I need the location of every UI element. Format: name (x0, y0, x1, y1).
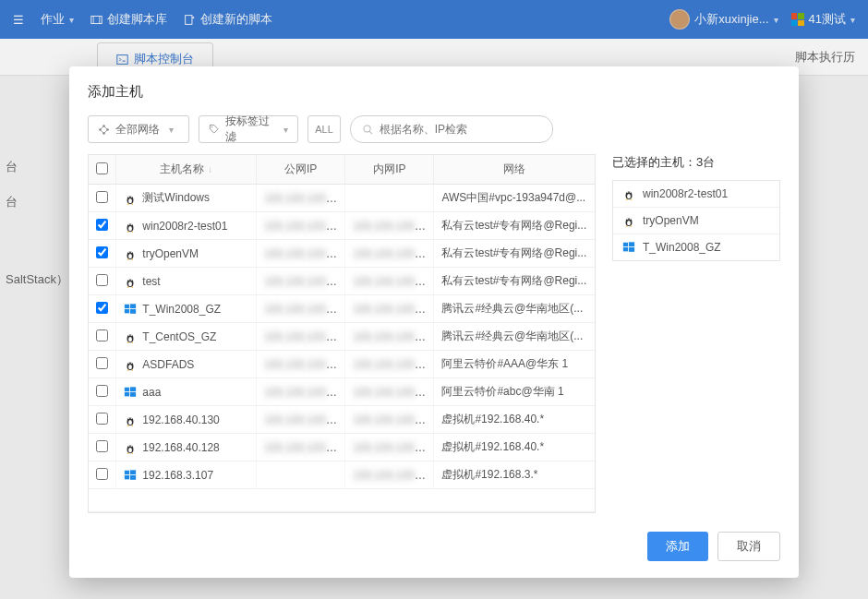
svg-rect-39 (125, 392, 129, 396)
tag-icon (209, 124, 220, 136)
host-name: aaa (142, 386, 161, 399)
table-row[interactable]: ASDFADS100.100.100.100100.100.100.100阿里云… (89, 351, 595, 378)
public-ip: 100.100.100.100 (264, 413, 345, 426)
svg-point-12 (131, 196, 132, 197)
table-row[interactable]: 192.168.40.130100.100.100.100100.100.100… (89, 406, 595, 434)
private-ip: 100.100.100.100 (353, 441, 434, 454)
search-input[interactable] (380, 123, 541, 136)
network-cell: AWS中国#vpc-193a947d@... (434, 185, 595, 212)
col-private-ip[interactable]: 内网IP (345, 155, 434, 185)
host-name: win2008r2-test01 (142, 220, 227, 233)
svg-point-18 (128, 254, 132, 258)
svg-rect-52 (130, 475, 136, 480)
svg-point-43 (128, 417, 129, 418)
table-row[interactable]: tryOpenVM100.100.100.100100.100.100.100私… (89, 240, 595, 268)
row-checkbox[interactable] (96, 385, 108, 397)
svg-point-47 (128, 445, 129, 446)
private-ip: 100.100.100.100 (353, 386, 434, 399)
network-cell: 虚拟机#192.168.40.* (434, 434, 595, 461)
selected-item[interactable]: tryOpenVM (613, 208, 779, 234)
row-checkbox[interactable] (96, 468, 108, 480)
host-name: ASDFADS (142, 358, 194, 371)
svg-rect-27 (125, 309, 129, 313)
network-icon (98, 124, 110, 136)
network-cell: 阿里云特价#abc@华南 1 (434, 378, 595, 406)
row-checkbox[interactable] (96, 219, 108, 231)
svg-rect-51 (125, 475, 129, 479)
selected-item[interactable]: win2008r2-test01 (613, 181, 779, 208)
svg-rect-49 (125, 470, 129, 473)
svg-rect-50 (130, 470, 136, 474)
table-row[interactable]: aaa100.100.100.100100.100.100.100阿里云特价#a… (89, 378, 595, 406)
linux-icon (622, 214, 635, 227)
tag-filter[interactable]: 按标签过滤 ▾ (199, 115, 298, 143)
select-all-checkbox[interactable] (96, 162, 108, 174)
windows-icon (124, 303, 137, 316)
linux-icon (124, 220, 137, 233)
table-row[interactable]: T_Win2008_GZ100.100.100.100100.100.100.1… (89, 295, 595, 323)
modal-overlay: 添加主机 全部网络 ▾ 按标签过滤 ▾ ALL (0, 0, 868, 599)
row-checkbox[interactable] (96, 413, 108, 425)
row-checkbox[interactable] (96, 191, 108, 203)
svg-point-34 (128, 365, 132, 369)
svg-point-20 (131, 251, 132, 252)
row-checkbox[interactable] (96, 302, 108, 314)
svg-point-59 (627, 219, 628, 220)
search-icon (362, 124, 374, 136)
private-ip: 100.100.100.100 (353, 330, 434, 343)
row-checkbox[interactable] (96, 357, 108, 369)
private-ip: 100.100.100.100 (353, 413, 434, 426)
svg-point-11 (128, 196, 129, 197)
row-checkbox[interactable] (96, 440, 108, 452)
row-checkbox[interactable] (96, 274, 108, 286)
host-name: 测试Windows (142, 190, 210, 206)
svg-point-22 (128, 282, 132, 286)
table-row[interactable]: test100.100.100.100100.100.100.100私有云tes… (89, 268, 595, 295)
linux-icon (124, 247, 137, 260)
table-row[interactable]: 测试Windows100.100.100.100AWS中国#vpc-193a94… (89, 185, 595, 212)
public-ip: 100.100.100.100 (264, 192, 345, 205)
table-row[interactable]: 192.168.40.128100.100.100.100100.100.100… (89, 434, 595, 461)
selected-title: 已选择的主机：3台 (612, 154, 780, 171)
linux-icon (124, 330, 137, 343)
private-ip: 100.100.100.100 (353, 303, 434, 316)
public-ip: 100.100.100.100 (264, 386, 345, 399)
linux-icon (124, 192, 137, 205)
selected-hosts-panel: 已选择的主机：3台 win2008r2-test01tryOpenVMT_Win… (612, 154, 780, 261)
public-ip: 100.100.100.100 (264, 330, 345, 343)
svg-point-42 (128, 420, 132, 425)
all-filter-button[interactable]: ALL (307, 115, 341, 143)
table-row[interactable]: win2008r2-test01100.100.100.100100.100.1… (89, 212, 595, 240)
add-button[interactable]: 添加 (647, 532, 708, 561)
svg-point-60 (630, 219, 631, 220)
tag-filter-label: 按标签过滤 (225, 114, 274, 145)
linux-icon (124, 358, 137, 371)
private-ip: 100.100.100.100 (353, 220, 434, 233)
row-checkbox[interactable] (96, 246, 108, 258)
public-ip: 100.100.100.100 (264, 441, 345, 454)
svg-point-31 (128, 334, 129, 335)
col-public-ip[interactable]: 公网IP (257, 155, 345, 185)
windows-icon (124, 469, 137, 482)
network-cell: 虚拟机#192.168.3.* (434, 461, 595, 489)
row-checkbox[interactable] (96, 329, 108, 341)
selected-item[interactable]: T_Win2008_GZ (613, 234, 779, 260)
cancel-button[interactable]: 取消 (717, 532, 780, 561)
select-all-header[interactable] (89, 155, 116, 185)
private-ip: 100.100.100.100 (353, 275, 434, 288)
network-cell: 虚拟机#192.168.40.* (434, 406, 595, 434)
host-name: 192.168.40.130 (142, 413, 219, 426)
chevron-down-icon: ▾ (169, 125, 174, 135)
svg-point-32 (131, 334, 132, 335)
table-row[interactable]: 192.168.3.107100.100.100.100虚拟机#192.168.… (89, 461, 595, 489)
private-ip: 100.100.100.100 (353, 469, 434, 482)
svg-rect-64 (629, 247, 634, 252)
col-network[interactable]: 网络 (434, 155, 595, 185)
col-hostname[interactable]: 主机名称↓ (116, 155, 257, 185)
svg-rect-61 (623, 243, 628, 246)
svg-rect-26 (130, 304, 136, 308)
table-row[interactable]: T_CentOS_GZ100.100.100.100100.100.100.10… (89, 323, 595, 351)
search-box[interactable] (350, 115, 553, 143)
network-filter[interactable]: 全部网络 ▾ (88, 115, 189, 143)
public-ip: 100.100.100.100 (264, 247, 345, 260)
